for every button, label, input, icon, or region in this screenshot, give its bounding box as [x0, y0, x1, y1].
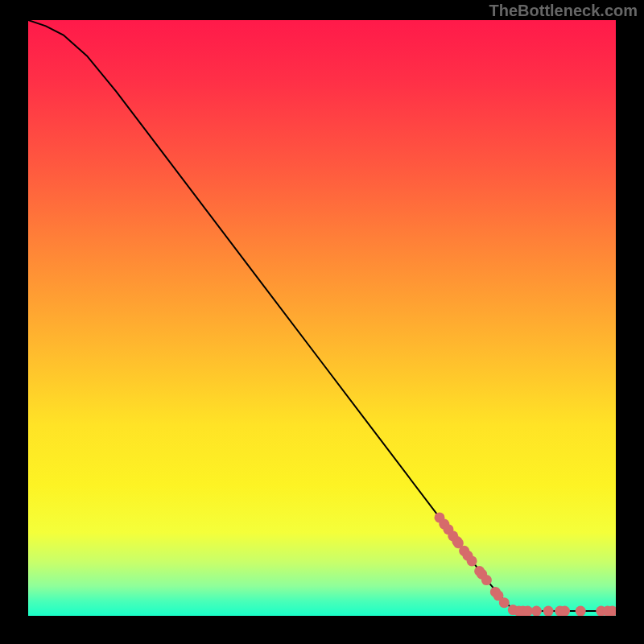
data-marker [499, 597, 510, 608]
watermark-text: TheBottleneck.com [489, 2, 638, 20]
data-marker [576, 606, 586, 616]
data-marker [543, 606, 554, 616]
data-marker [559, 606, 570, 616]
data-marker [467, 555, 477, 566]
chart-plot-area [28, 20, 616, 616]
chart-background [28, 20, 616, 616]
data-marker [481, 575, 492, 585]
chart-svg [28, 20, 616, 616]
data-marker [531, 606, 542, 616]
